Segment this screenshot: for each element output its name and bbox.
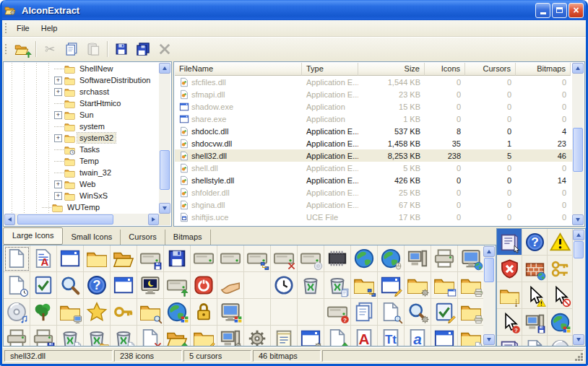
scroll-up-button[interactable] bbox=[572, 63, 584, 74]
grid-cell-printer[interactable] bbox=[431, 245, 458, 272]
grid-cell-check[interactable] bbox=[431, 299, 458, 326]
tree-item-system[interactable]: system bbox=[4, 121, 159, 132]
grid-cell-magnifier[interactable] bbox=[405, 299, 431, 326]
tree-item-srchasst[interactable]: +srchasst bbox=[4, 86, 159, 97]
grid-cell-folder-open[interactable] bbox=[111, 245, 137, 272]
tree-item-wutemp[interactable]: WUTemp bbox=[4, 201, 159, 213]
grid-cell-window[interactable] bbox=[111, 272, 137, 299]
tree-vertical-scrollbar[interactable] bbox=[159, 63, 170, 214]
column-header-size[interactable]: Size bbox=[358, 63, 425, 76]
expand-icon[interactable]: + bbox=[54, 134, 62, 142]
grid-cell-cd[interactable] bbox=[4, 299, 30, 326]
grid-cell-docs[interactable] bbox=[351, 299, 378, 326]
grid-cell-key[interactable] bbox=[111, 299, 137, 326]
grid-cell-folder[interactable] bbox=[458, 299, 485, 326]
file-row-shell.dll[interactable]: shell.dllApplication E...5 KB000 bbox=[175, 162, 572, 174]
resize-grip[interactable] bbox=[581, 359, 583, 361]
preview-cell-doc[interactable] bbox=[522, 336, 548, 347]
grid-cell-magnifier[interactable] bbox=[57, 272, 84, 299]
open-button[interactable] bbox=[11, 39, 33, 58]
menu-file[interactable]: File bbox=[11, 22, 35, 35]
scrollbar-thumb[interactable] bbox=[573, 128, 583, 172]
preview-cell-book[interactable] bbox=[497, 336, 522, 347]
grid-cell-monitor[interactable] bbox=[458, 245, 485, 272]
grid-cell-computer[interactable] bbox=[217, 326, 244, 347]
grid-cell-empty[interactable] bbox=[271, 299, 298, 326]
expand-icon[interactable]: + bbox=[54, 192, 62, 200]
save-button[interactable] bbox=[111, 39, 132, 58]
tree-item-web[interactable]: +Web bbox=[4, 178, 159, 190]
grid-cell-recycle[interactable] bbox=[324, 272, 351, 299]
grid-cell-notepad[interactable] bbox=[271, 326, 298, 347]
grid-cell-lock[interactable] bbox=[191, 299, 217, 326]
preview-cell-help[interactable] bbox=[522, 229, 548, 256]
column-header-type[interactable]: Type bbox=[302, 63, 358, 76]
grid-cell-globe[interactable] bbox=[351, 245, 378, 272]
tab-bitmaps[interactable]: Bitmaps bbox=[165, 230, 211, 245]
grid-cell-monitor[interactable] bbox=[217, 299, 244, 326]
grid-cell-chip[interactable] bbox=[324, 245, 351, 272]
tree-item-twain_32[interactable]: twain_32 bbox=[4, 167, 159, 178]
titlebar[interactable]: AIconExtract × bbox=[0, 0, 588, 20]
copy-button[interactable] bbox=[61, 39, 82, 58]
grid-cell-printer[interactable] bbox=[4, 326, 30, 347]
preview-cell-cursor[interactable] bbox=[548, 282, 573, 309]
scroll-up-button[interactable] bbox=[573, 230, 584, 240]
menubar-gripper[interactable] bbox=[5, 23, 7, 33]
preview-cell-shield-x[interactable] bbox=[497, 256, 522, 282]
grid-cell-folder[interactable] bbox=[191, 326, 217, 347]
grid-cell-folder[interactable] bbox=[137, 299, 164, 326]
maximize-button[interactable] bbox=[552, 3, 567, 18]
grid-cell-empty[interactable] bbox=[298, 299, 324, 326]
preview-cell-keys[interactable] bbox=[548, 256, 573, 282]
grid-cell-folder[interactable] bbox=[458, 272, 485, 299]
grid-cell-drive[interactable] bbox=[164, 272, 191, 299]
tree-item-starthtmico[interactable]: StartHtmico bbox=[4, 97, 159, 109]
grid-cell-empty[interactable] bbox=[244, 272, 271, 299]
column-header-bitmaps[interactable]: Bitmaps bbox=[516, 63, 571, 76]
grid-cell-gear[interactable] bbox=[244, 326, 271, 347]
grid-cell-printer[interactable] bbox=[30, 326, 57, 347]
grid-cell-folder[interactable] bbox=[57, 299, 84, 326]
grid-vertical-scrollbar[interactable] bbox=[483, 246, 495, 345]
grid-cell-folder[interactable] bbox=[405, 272, 431, 299]
tree-horizontal-scrollbar[interactable] bbox=[4, 214, 159, 225]
file-row-shiftjis.uce[interactable]: shiftjis.uceUCE File17 KB000 bbox=[175, 211, 572, 223]
grid-cell-tree[interactable] bbox=[30, 299, 57, 326]
preview-cell-cd[interactable] bbox=[548, 336, 573, 347]
grid-cell-computer[interactable] bbox=[405, 245, 431, 272]
file-row-sfcfiles.dll[interactable]: sfcfiles.dllApplication E...1,544 KB000 bbox=[175, 76, 572, 88]
grid-cell-monitor-moon[interactable] bbox=[137, 272, 164, 299]
save-all-button[interactable] bbox=[132, 39, 154, 58]
grid-cell-drive[interactable] bbox=[324, 299, 351, 326]
tree-item-winsxs[interactable]: +WinSxS bbox=[4, 190, 159, 201]
grid-cell-window[interactable] bbox=[57, 245, 84, 272]
file-row-shellstyle.dll[interactable]: shellstyle.dllApplication E...426 KB0014 bbox=[175, 174, 572, 186]
grid-cell-doc[interactable] bbox=[324, 326, 351, 347]
preview-cell-computer[interactable] bbox=[522, 309, 548, 336]
grid-cell-recycle[interactable] bbox=[298, 272, 324, 299]
grid-cell-folder[interactable] bbox=[351, 272, 378, 299]
menu-help[interactable]: Help bbox=[35, 22, 64, 35]
grid-cell-font-a2[interactable] bbox=[405, 326, 431, 347]
preview-cell-folder[interactable] bbox=[497, 282, 522, 309]
file-row-share.exe[interactable]: share.exeApplication1 KB000 bbox=[175, 113, 572, 125]
scroll-up-button[interactable] bbox=[159, 63, 170, 74]
grid-cell-drive[interactable] bbox=[298, 245, 324, 272]
preview-cell-book[interactable] bbox=[497, 229, 522, 256]
scrollbar-thumb[interactable] bbox=[484, 258, 494, 282]
file-row-shfolder.dll[interactable]: shfolder.dllApplication E...25 KB000 bbox=[175, 186, 572, 199]
grid-cell-window[interactable] bbox=[378, 272, 405, 299]
grid-cell-folder[interactable] bbox=[84, 245, 111, 272]
grid-cell-window[interactable] bbox=[298, 326, 324, 347]
grid-cell-doc[interactable] bbox=[137, 326, 164, 347]
grid-cell-folder[interactable] bbox=[458, 326, 485, 347]
column-header-icons[interactable]: Icons bbox=[425, 63, 465, 76]
grid-cell-power[interactable] bbox=[191, 272, 217, 299]
grid-cell-font-tt[interactable] bbox=[378, 326, 405, 347]
file-row-shell32.dll[interactable]: shell32.dllApplication E...8,253 KB23854… bbox=[175, 149, 572, 162]
file-row-shgina.dll[interactable]: shgina.dllApplication E...67 KB000 bbox=[175, 199, 572, 211]
grid-cell-star[interactable] bbox=[84, 299, 111, 326]
scroll-right-button[interactable] bbox=[148, 214, 159, 225]
file-row-sfmapi.dll[interactable]: sfmapi.dllApplication E...23 KB000 bbox=[175, 88, 572, 100]
